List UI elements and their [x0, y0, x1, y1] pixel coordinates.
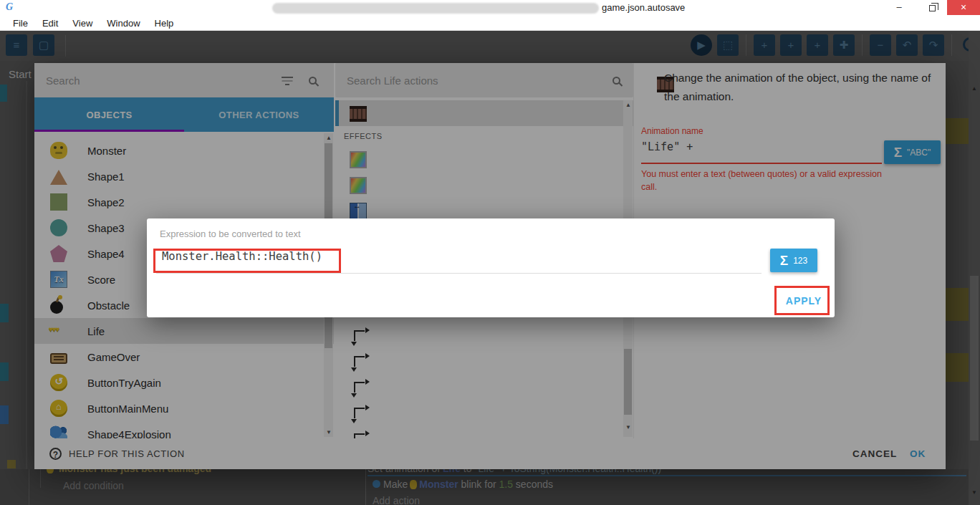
sigma-icon: Σ — [780, 253, 788, 269]
close-button[interactable]: × — [947, 0, 980, 15]
title-bar: G game.json.autosave – × — [0, 0, 980, 16]
menu-help[interactable]: Help — [148, 18, 181, 29]
restore-button[interactable] — [916, 0, 948, 15]
menu-view[interactable]: View — [65, 18, 100, 29]
screen: G game.json.autosave – × FileEditViewWin… — [0, 0, 980, 505]
title-redaction — [272, 3, 599, 14]
gdevelop-logo-icon: G — [6, 1, 13, 13]
minimize-button[interactable]: – — [883, 0, 916, 15]
expression-field-label: Expression to be converted to text — [160, 229, 301, 239]
menu-file[interactable]: File — [6, 18, 35, 29]
annotation-expression-highlight — [153, 249, 341, 273]
app-content: ≡▢ ▶⬚+++✚−↶↷ Start P Monster has just be… — [0, 31, 980, 505]
input-underline — [156, 273, 762, 274]
annotation-apply-highlight — [774, 286, 830, 315]
restore-icon — [929, 5, 936, 11]
menu-bar: FileEditViewWindowHelp — [0, 16, 980, 31]
window-title: game.json.autosave — [602, 2, 685, 13]
menu-edit[interactable]: Edit — [35, 18, 65, 29]
menu-window[interactable]: Window — [100, 18, 147, 29]
open-expression-builder-button[interactable]: Σ 123 — [770, 249, 817, 272]
